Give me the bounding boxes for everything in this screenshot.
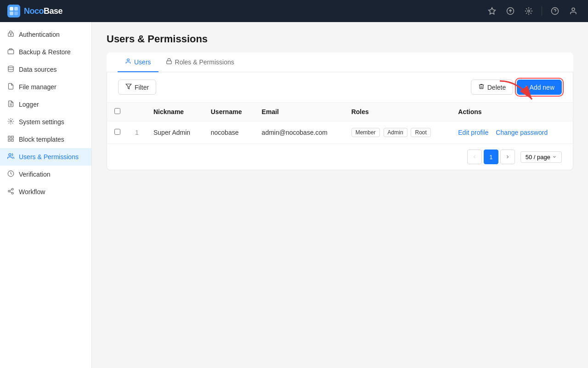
page-title: Users & Permissions bbox=[107, 33, 573, 45]
svg-point-24 bbox=[127, 59, 130, 61]
sidebar-label: Backup & Restore bbox=[19, 48, 71, 56]
gear-icon[interactable] bbox=[521, 4, 536, 18]
svg-rect-3 bbox=[14, 12, 18, 15]
users-permissions-icon bbox=[7, 153, 14, 161]
svg-point-4 bbox=[528, 10, 530, 12]
logo-icon bbox=[7, 5, 20, 17]
table-toolbar: Filter Delete + Add new bbox=[107, 72, 573, 102]
sidebar-label: Authentication bbox=[19, 31, 60, 38]
plugin-icon[interactable] bbox=[485, 4, 499, 18]
filter-label: Filter bbox=[135, 84, 149, 91]
sidebar-label: Workflow bbox=[19, 188, 45, 196]
sidebar-label: Block templates bbox=[19, 136, 64, 143]
pagination-prev[interactable] bbox=[467, 150, 482, 164]
svg-point-8 bbox=[11, 34, 11, 35]
tab-users[interactable]: Users bbox=[118, 52, 158, 72]
table-header-nickname: Nickname bbox=[146, 103, 204, 121]
logo-text: NocoBase bbox=[24, 6, 62, 16]
data-sources-icon bbox=[7, 65, 14, 74]
sidebar-label: Logger bbox=[19, 101, 39, 108]
navbar-actions bbox=[485, 4, 581, 18]
row-nickname: Super Admin bbox=[146, 121, 204, 144]
sidebar-item-users-permissions[interactable]: Users & Permissions bbox=[0, 148, 91, 166]
table-header-username: Username bbox=[204, 103, 254, 121]
row-num: 1 bbox=[128, 121, 146, 144]
tab-users-label: Users bbox=[134, 58, 151, 66]
page-size-select[interactable]: 50 / page bbox=[520, 151, 562, 163]
svg-point-12 bbox=[10, 121, 12, 122]
sidebar-item-system-settings[interactable]: System settings bbox=[0, 113, 91, 131]
role-badge-member: Member bbox=[351, 128, 380, 137]
table-header-checkbox bbox=[107, 103, 128, 121]
sidebar-item-data-sources[interactable]: Data sources bbox=[0, 61, 91, 78]
backup-icon bbox=[7, 48, 14, 56]
row-checkbox[interactable] bbox=[114, 129, 120, 135]
block-templates-icon bbox=[7, 135, 14, 144]
svg-marker-26 bbox=[126, 84, 131, 89]
svg-rect-15 bbox=[8, 139, 10, 141]
sidebar-label: Data sources bbox=[19, 66, 57, 73]
layout: Authentication Backup & Restore Data sou… bbox=[0, 22, 588, 368]
svg-point-9 bbox=[8, 66, 13, 68]
svg-point-19 bbox=[11, 188, 13, 190]
table-header-actions: Actions bbox=[451, 103, 573, 121]
sidebar-label: Verification bbox=[19, 171, 50, 178]
tab-roles-permissions[interactable]: Roles & Permissions bbox=[158, 52, 242, 72]
roles-tab-icon bbox=[166, 58, 172, 66]
sidebar-item-verification[interactable]: Verification bbox=[0, 166, 91, 183]
table-header-num bbox=[128, 103, 146, 121]
user-icon[interactable] bbox=[566, 4, 581, 18]
authentication-icon bbox=[7, 30, 14, 39]
add-new-button[interactable]: + Add new bbox=[517, 80, 562, 95]
sidebar-item-workflow[interactable]: Workflow bbox=[0, 183, 91, 201]
svg-rect-13 bbox=[8, 136, 10, 138]
toolbar-right: Delete + Add new bbox=[471, 80, 562, 95]
pagination-next[interactable] bbox=[500, 150, 515, 164]
svg-point-17 bbox=[9, 154, 11, 156]
row-checkbox-cell bbox=[107, 121, 128, 144]
edit-profile-link[interactable]: Edit profile bbox=[458, 129, 488, 136]
sidebar-item-file-manager[interactable]: File manager bbox=[0, 78, 91, 96]
svg-rect-0 bbox=[10, 7, 13, 11]
table-row: 1 Super Admin nocobase admin@nocobase.co… bbox=[107, 121, 573, 144]
pagination: 1 50 / page bbox=[107, 144, 573, 170]
rocket-icon[interactable] bbox=[503, 4, 518, 18]
sidebar-item-backup-restore[interactable]: Backup & Restore bbox=[0, 43, 91, 61]
sidebar-item-authentication[interactable]: Authentication bbox=[0, 26, 91, 43]
file-manager-icon bbox=[7, 83, 14, 91]
svg-line-23 bbox=[10, 190, 11, 190]
toolbar-left: Filter bbox=[118, 80, 156, 95]
row-roles: Member Admin Root bbox=[344, 121, 451, 144]
table-container: Filter Delete + Add new bbox=[107, 72, 573, 170]
sidebar-label: System settings bbox=[19, 118, 64, 126]
sidebar: Authentication Backup & Restore Data sou… bbox=[0, 22, 92, 368]
filter-button[interactable]: Filter bbox=[118, 80, 156, 95]
app-logo[interactable]: NocoBase bbox=[7, 5, 485, 17]
svg-point-6 bbox=[572, 8, 575, 11]
pagination-page-1[interactable]: 1 bbox=[484, 150, 498, 164]
svg-point-21 bbox=[11, 192, 13, 194]
svg-rect-25 bbox=[166, 61, 171, 63]
sidebar-item-block-templates[interactable]: Block templates bbox=[0, 131, 91, 148]
row-username: nocobase bbox=[204, 121, 254, 144]
users-table: Nickname Username Email Roles bbox=[107, 102, 573, 144]
row-actions: Edit profile Change password bbox=[451, 121, 573, 144]
delete-button[interactable]: Delete bbox=[471, 80, 513, 95]
tabs: Users Roles & Permissions bbox=[107, 52, 573, 72]
svg-rect-2 bbox=[10, 12, 13, 15]
delete-label: Delete bbox=[487, 84, 506, 91]
system-settings-icon bbox=[7, 118, 14, 126]
content-area: Users Roles & Permissions bbox=[107, 52, 573, 170]
select-all-checkbox[interactable] bbox=[114, 108, 120, 114]
sidebar-item-logger[interactable]: Logger bbox=[0, 96, 91, 113]
change-password-link[interactable]: Change password bbox=[496, 129, 548, 136]
users-tab-icon bbox=[125, 58, 131, 66]
help-icon[interactable] bbox=[548, 4, 562, 18]
sidebar-label: Users & Permissions bbox=[19, 153, 79, 161]
nav-divider bbox=[542, 6, 542, 16]
svg-rect-14 bbox=[11, 136, 13, 138]
svg-rect-16 bbox=[11, 139, 13, 141]
svg-rect-1 bbox=[14, 7, 18, 11]
logger-icon bbox=[7, 100, 14, 109]
role-badge-admin: Admin bbox=[384, 128, 407, 137]
